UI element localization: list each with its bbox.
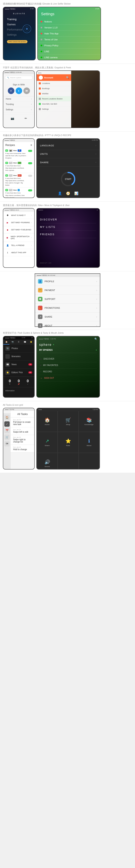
- chevron-right-icon: ›: [31, 103, 32, 105]
- icon-cell-knowledge[interactable]: 📚 Knowledge: [79, 411, 99, 432]
- elevate-menu-training[interactable]: Training: [7, 17, 32, 22]
- uniqlo-item-units[interactable]: UNITS ›: [37, 150, 99, 158]
- icon-cell-about[interactable]: ℹ About: [79, 432, 99, 453]
- tasks-nav-calendar[interactable]: 📅: [4, 428, 10, 433]
- settings-item-hate[interactable]: Hate This App: [38, 31, 100, 37]
- email-signin-button[interactable]: ✉: [24, 88, 30, 94]
- park-menu-icon[interactable]: ☰: [31, 337, 33, 339]
- add-icon[interactable]: +: [30, 143, 32, 147]
- uniqlo-item-language[interactable]: LANGUAGE ›: [37, 142, 99, 150]
- tasks-nav-map[interactable]: 🗺: [4, 441, 10, 446]
- sphere-add-button[interactable]: +: [96, 349, 97, 351]
- compass-icon[interactable]: 🧭: [66, 191, 70, 195]
- circular-chart: START: [60, 171, 76, 187]
- settings2-item-share[interactable]: ↗ SHARE ›: [35, 312, 100, 321]
- nike-item-running[interactable]: ▶ GET NIKE+ RUNNING ›: [3, 219, 34, 226]
- gogobot-nav-trending[interactable]: Trending ›: [3, 102, 34, 107]
- ifttt-toggle-3[interactable]: [28, 175, 32, 177]
- icon-cell-rate[interactable]: ⭐ Rate: [58, 432, 79, 453]
- park-tab-editors[interactable]: ⭐: [28, 340, 34, 345]
- discover-close-btn[interactable]: ✕: [97, 209, 98, 211]
- uniqlo-menu-list: LANGUAGE › UNITS › SHARE ›: [37, 142, 99, 167]
- uniqlo-item-share[interactable]: SHARE ›: [37, 158, 99, 167]
- sphere-item-record[interactable]: + RECORD: [39, 369, 97, 375]
- elevate-brain-icon: [22, 24, 32, 34]
- gogobot-nav-home-label: Home: [6, 98, 11, 100]
- settings-item-notices[interactable]: Notices: [38, 19, 100, 25]
- ifttt-toggle-1[interactable]: [28, 150, 32, 152]
- peek-item-locations[interactable]: Locations: [37, 81, 71, 86]
- ifttt-status-carrier: ●●●●● 中國電信: [4, 140, 15, 142]
- settings2-item-profile[interactable]: 👤 PROFILE ›: [35, 277, 100, 286]
- search-icon[interactable]: 🔍: [94, 338, 97, 340]
- search-icon: 🔍: [7, 77, 9, 79]
- elevate-pro-badge[interactable]: PRO Unlock full access: [7, 40, 28, 43]
- discover-item-friends[interactable]: FRIENDS: [40, 231, 96, 238]
- nike-item-about[interactable]: ℹ ABOUT THIS APP ›: [3, 249, 34, 256]
- peek-item-wishlist[interactable]: Wishlist: [37, 91, 71, 96]
- park-item-news[interactable]: 📰 News 30: [3, 361, 34, 369]
- settings2-item-payment[interactable]: 💳 PAYMENT ›: [35, 286, 100, 295]
- discover-item-my-lists[interactable]: MY LISTS: [40, 223, 96, 231]
- gogobot-social-buttons: f t ✉: [3, 88, 34, 94]
- tell-friend-icon: 👤: [6, 244, 9, 247]
- park-tab-itineraries[interactable]: 🗓: [15, 340, 22, 345]
- settings-dot-notices: [41, 21, 42, 23]
- park-item-editors[interactable]: ⭐ Editors' Pick 66: [3, 369, 34, 377]
- ifttt-toggle-4[interactable]: [28, 189, 32, 191]
- park-tab-news[interactable]: 📰: [22, 340, 28, 345]
- settings2-item-about[interactable]: ℹ ABOUT ›: [35, 321, 100, 330]
- tasks-nav-home[interactable]: 🏠: [4, 415, 10, 420]
- sphere-add-icon[interactable]: +: [53, 344, 54, 346]
- icon-label-share: Share: [45, 444, 50, 446]
- park-item-photos[interactable]: 📷 Photos: [3, 345, 34, 352]
- settings-item-linecamera[interactable]: LINE camera: [38, 55, 100, 60]
- tasks-nav-tasks[interactable]: ✓: [4, 421, 10, 427]
- rate-icon: ⭐: [65, 438, 71, 444]
- park-item-itineraries[interactable]: 🗓 Itineraries: [3, 352, 34, 361]
- edit-icon[interactable]: ✏: [25, 117, 27, 120]
- nike-item-whatis[interactable]: ✦ WHAT IS NIKE+? ›: [3, 212, 34, 219]
- user-icon[interactable]: 👤: [58, 191, 62, 195]
- tasks-nav-cart[interactable]: 🛒: [4, 435, 10, 440]
- nike-item-gps[interactable]: ◉ NIKE+ SPORTWATCH GPS ›: [3, 234, 34, 242]
- nike-item-fuelband[interactable]: ◆ GET NIKE+ FUELBAND ›: [3, 226, 34, 234]
- peek-item-give[interactable]: Give $20, Get $20: [37, 101, 71, 106]
- sphere-item-favorites[interactable]: ♥ MY FAVORITES: [39, 362, 97, 369]
- twitter-signin-button[interactable]: t: [15, 88, 22, 94]
- tasks-text-2: Swipe left to edit: [13, 431, 32, 433]
- facebook-signin-button[interactable]: f: [8, 88, 14, 94]
- nike-status-carrier: ●●●●● 中國電信 08:04: [4, 209, 19, 211]
- sphere-item-signout[interactable]: → SIGN OUT: [39, 375, 97, 381]
- settings2-item-promotions[interactable]: 🎁 PROMOTIONS ›: [35, 304, 100, 312]
- gogobot-nav-home[interactable]: Home ›: [3, 96, 34, 102]
- icon-cell-home[interactable]: 🏠 Home: [37, 411, 58, 432]
- ifttt-toggle-2[interactable]: [28, 162, 32, 164]
- sphere-content: ●●●●● 中國電信 6:29 PM 🔍 sphere + MY SPHERES…: [37, 336, 99, 383]
- icon-cell-shop[interactable]: 🛒 Shop: [58, 411, 79, 432]
- settings-item-privacy[interactable]: Privacy Policy: [38, 42, 100, 49]
- icon-cell-share[interactable]: ↗ Share: [37, 432, 58, 453]
- gogobot-nav-settings[interactable]: Settings ›: [3, 107, 34, 113]
- nike-item-tell-friend[interactable]: 👤 TELL A FRIEND ›: [3, 242, 34, 249]
- park-tab-photos[interactable]: 📷: [9, 340, 15, 345]
- peek-item-bookings[interactable]: Bookings: [37, 86, 71, 91]
- gogobot-search-bar[interactable]: 🔍 Search a place...: [5, 76, 33, 80]
- peek-item-recent-locations[interactable]: Recent Locations Boston: [37, 96, 71, 101]
- signout-icon: →: [40, 377, 42, 379]
- settings2-item-support[interactable]: 💬 SUPPORT ›: [35, 295, 100, 304]
- settings-item-line[interactable]: LINE: [38, 49, 100, 55]
- tasks-item-2: Sun, Jan 20 Swipe left to edit: [11, 427, 34, 435]
- settings-item-version[interactable]: Version 1.1.0: [38, 25, 100, 31]
- chart-icon[interactable]: 📊: [74, 191, 78, 195]
- discover-item-discover[interactable]: DISCOVER: [40, 216, 96, 223]
- peek-item-settings[interactable]: Settings: [37, 106, 71, 112]
- discover-about[interactable]: ABOUT US: [40, 261, 52, 264]
- icon-cell-sound[interactable]: 🔊 Sound: [37, 453, 58, 469]
- park-tab-home[interactable]: 🏠: [3, 340, 9, 345]
- camera-icon[interactable]: 📷: [11, 117, 14, 120]
- chevron-right-icon: ›: [31, 237, 32, 239]
- settings-item-terms[interactable]: Terms of Use: [38, 37, 100, 42]
- search-icon[interactable]: 🔍: [66, 76, 69, 79]
- sphere-item-discover[interactable]: ◈ DISCOVER: [39, 356, 97, 362]
